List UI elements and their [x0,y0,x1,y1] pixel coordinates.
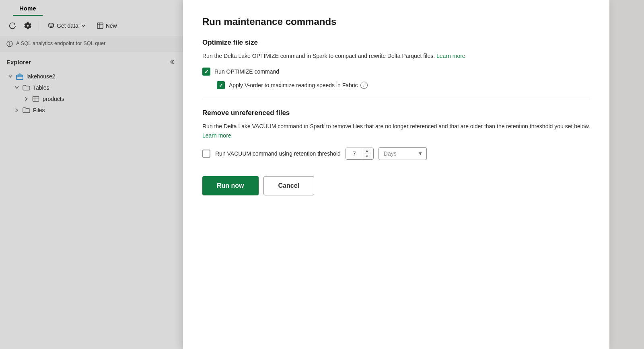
section-divider [202,99,590,99]
spinner-up-button[interactable]: ▲ [363,148,371,154]
vorder-label-text: Apply V-order to maximize reading speeds… [229,82,358,88]
modal-panel: Run maintenance commands Optimize file s… [183,0,609,349]
retention-unit-select[interactable]: Days Hours [379,147,427,160]
optimize-check-mark: ✓ [204,69,209,74]
vorder-check-mark: ✓ [219,83,223,88]
number-spinners: ▲ ▼ [363,148,371,159]
vacuum-desc-text: Run the Delta Lake VACUUM command in Spa… [202,123,590,129]
optimize-desc-text: Run the Delta Lake OPTIMIZE command in S… [202,53,435,59]
vacuum-checkbox-row: ✓ Run VACUUM command using retention thr… [202,147,590,160]
retention-value-input[interactable] [346,148,363,159]
run-vacuum-label: Run VACUUM command using retention thres… [215,150,341,157]
run-vacuum-checkbox[interactable]: ✓ [202,150,210,158]
optimize-learn-more-link[interactable]: Learn more [436,53,465,59]
optimize-section-heading: Optimize file size [202,39,590,47]
vacuum-section-desc: Run the Delta Lake VACUUM command in Spa… [202,122,590,140]
cancel-button[interactable]: Cancel [263,176,314,195]
vacuum-section-heading: Remove unreferenced files [202,109,590,117]
run-optimize-checkbox[interactable]: ✓ [202,68,210,76]
run-optimize-label: Run OPTIMIZE command [214,68,279,75]
button-row: Run now Cancel [202,176,590,195]
spinner-down-button[interactable]: ▼ [363,154,371,159]
optimize-section-desc: Run the Delta Lake OPTIMIZE command in S… [202,51,590,60]
vorder-checkbox[interactable]: ✓ [217,81,225,89]
retention-unit-wrapper[interactable]: Days Hours ▼ [379,147,427,160]
modal-title: Run maintenance commands [202,16,590,27]
vorder-info-icon[interactable]: i [360,82,368,89]
optimize-checkbox-row: ✓ Run OPTIMIZE command [202,68,590,76]
vacuum-learn-more-link[interactable]: Learn more [202,132,231,139]
vorder-label: Apply V-order to maximize reading speeds… [229,82,368,89]
retention-number-input[interactable]: ▲ ▼ [346,148,374,160]
vorder-checkbox-row: ✓ Apply V-order to maximize reading spee… [202,81,590,89]
run-now-button[interactable]: Run now [202,176,259,195]
